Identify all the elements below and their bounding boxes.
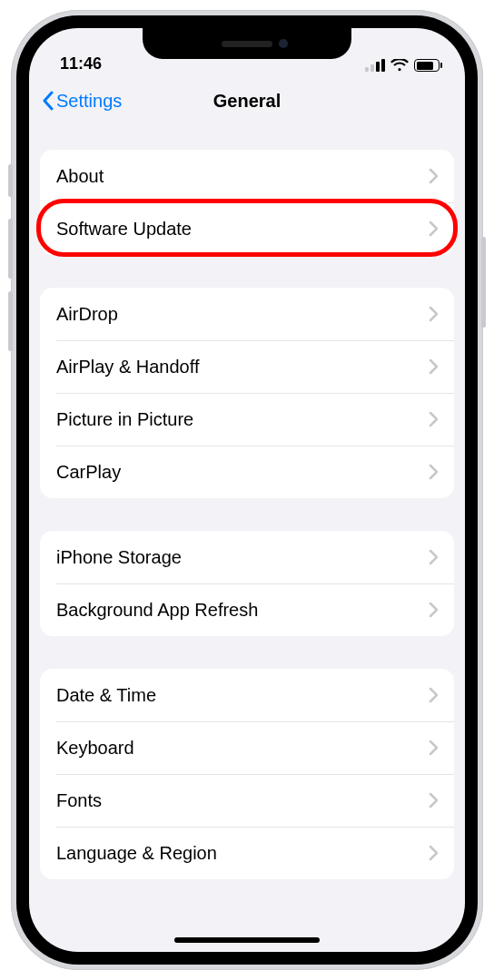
row-carplay[interactable]: CarPlay — [40, 446, 454, 498]
row-background-app-refresh[interactable]: Background App Refresh — [40, 583, 454, 636]
row-airplay-handoff[interactable]: AirPlay & Handoff — [40, 340, 454, 393]
battery-icon — [414, 59, 440, 72]
power-button — [481, 237, 486, 328]
chevron-right-icon — [429, 306, 438, 322]
chevron-right-icon — [429, 464, 438, 480]
navigation-bar: Settings General — [29, 77, 465, 124]
chevron-right-icon — [429, 792, 438, 808]
notch — [143, 28, 351, 59]
mute-switch — [8, 164, 13, 197]
row-airdrop[interactable]: AirDrop — [40, 288, 454, 340]
chevron-right-icon — [429, 168, 438, 184]
row-label: AirDrop — [56, 304, 118, 325]
cellular-signal-icon — [365, 59, 385, 72]
row-picture-in-picture[interactable]: Picture in Picture — [40, 393, 454, 446]
chevron-right-icon — [429, 740, 438, 756]
row-label: CarPlay — [56, 462, 121, 483]
chevron-right-icon — [429, 220, 438, 237]
volume-down-button — [8, 291, 13, 351]
back-button[interactable]: Settings — [36, 87, 127, 115]
row-label: About — [56, 166, 104, 187]
wifi-icon — [390, 59, 409, 72]
chevron-left-icon — [42, 91, 54, 111]
row-label: Language & Region — [56, 843, 217, 864]
home-indicator[interactable] — [174, 937, 320, 943]
settings-content[interactable]: AboutSoftware UpdateAirDropAirPlay & Han… — [29, 124, 465, 952]
status-time: 11:46 — [60, 54, 102, 74]
settings-group: iPhone StorageBackground App Refresh — [40, 531, 454, 636]
row-label: Software Update — [56, 219, 192, 240]
row-label: Background App Refresh — [56, 600, 258, 621]
device-frame: 11:46 Settings General — [11, 10, 483, 970]
row-label: AirPlay & Handoff — [56, 357, 200, 377]
volume-up-button — [8, 219, 13, 279]
row-software-update[interactable]: Software Update — [40, 202, 454, 255]
chevron-right-icon — [429, 687, 438, 703]
back-button-label: Settings — [56, 91, 122, 112]
row-iphone-storage[interactable]: iPhone Storage — [40, 531, 454, 583]
row-label: iPhone Storage — [56, 547, 182, 568]
row-label: Fonts — [56, 790, 102, 811]
screen: 11:46 Settings General — [29, 28, 465, 952]
row-label: Keyboard — [56, 738, 134, 759]
row-fonts[interactable]: Fonts — [40, 774, 454, 827]
row-language-region[interactable]: Language & Region — [40, 827, 454, 879]
front-camera — [279, 39, 288, 48]
settings-group: AirDropAirPlay & HandoffPicture in Pictu… — [40, 288, 454, 498]
row-label: Picture in Picture — [56, 409, 193, 430]
row-about[interactable]: About — [40, 150, 454, 202]
settings-group: AboutSoftware Update — [40, 150, 454, 255]
chevron-right-icon — [429, 411, 438, 427]
row-date-time[interactable]: Date & Time — [40, 669, 454, 721]
row-keyboard[interactable]: Keyboard — [40, 721, 454, 774]
row-label: Date & Time — [56, 685, 156, 706]
chevron-right-icon — [429, 549, 438, 565]
chevron-right-icon — [429, 358, 438, 375]
chevron-right-icon — [429, 845, 438, 861]
chevron-right-icon — [429, 602, 438, 618]
speaker-grille — [222, 41, 272, 47]
settings-group: Date & TimeKeyboardFontsLanguage & Regio… — [40, 669, 454, 879]
